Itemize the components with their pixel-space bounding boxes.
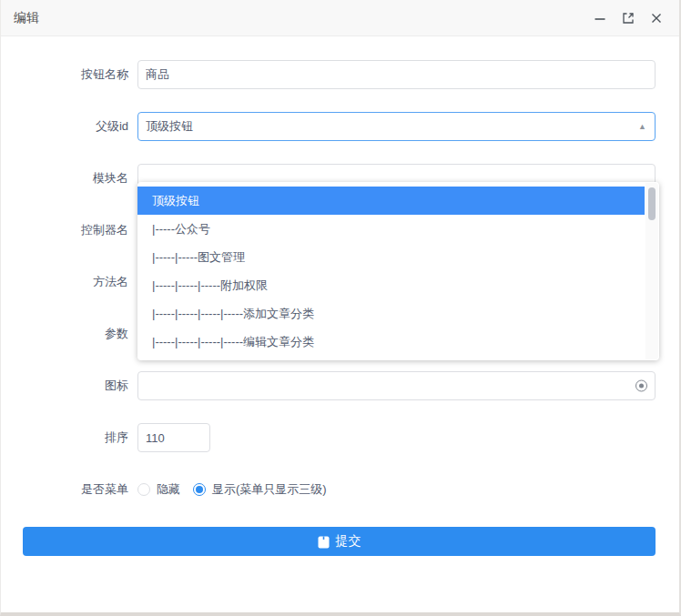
- close-button[interactable]: [648, 10, 664, 25]
- form-row-sort: 排序: [1, 423, 679, 452]
- icon-picker-icon[interactable]: [635, 380, 647, 392]
- dropdown-item[interactable]: 顶级按钮: [137, 187, 645, 215]
- method-name-label: 方法名: [1, 274, 128, 290]
- parent-id-label: 父级id: [1, 118, 128, 135]
- title-bar: 编辑: [1, 0, 679, 36]
- parent-id-dropdown: 顶级按钮 |-----公众号 |-----|-----图文管理 |-----|-…: [137, 182, 659, 360]
- module-name-label: 模块名: [1, 170, 128, 187]
- sort-label: 排序: [1, 429, 128, 446]
- radio-unchecked-icon: [137, 483, 150, 496]
- clipboard-icon: [318, 535, 330, 549]
- form-row-parent-id: 父级id 顶级按钮 ▲: [1, 112, 679, 141]
- icon-picker-dot: [639, 384, 644, 389]
- params-label: 参数: [1, 326, 128, 342]
- close-icon: [650, 12, 663, 25]
- radio-dot: [196, 486, 203, 493]
- caret-up-icon: ▲: [638, 123, 646, 131]
- dropdown-item[interactable]: |-----公众号: [137, 215, 645, 243]
- dropdown-item[interactable]: |-----|-----图文管理: [137, 243, 645, 271]
- minimize-icon: [594, 12, 606, 25]
- icon-label: 图标: [1, 378, 128, 394]
- parent-id-select[interactable]: 顶级按钮 ▲: [137, 112, 656, 141]
- parent-id-selected-value: 顶级按钮: [146, 118, 193, 135]
- submit-button-label: 提交: [336, 533, 361, 550]
- maximize-button[interactable]: [620, 10, 635, 25]
- button-name-label: 按钮名称: [1, 66, 128, 83]
- icon-input[interactable]: [137, 371, 656, 400]
- maximize-icon: [621, 11, 635, 25]
- form-row-button-name: 按钮名称: [1, 60, 679, 89]
- submit-row: 提交: [1, 527, 679, 556]
- submit-button[interactable]: 提交: [23, 527, 656, 556]
- radio-show[interactable]: 显示(菜单只显示三级): [193, 481, 327, 498]
- window-title: 编辑: [14, 10, 39, 26]
- controller-name-label: 控制器名: [1, 222, 128, 238]
- sort-input[interactable]: [137, 423, 210, 452]
- dropdown-item[interactable]: |-----|-----|-----|-----添加文章分类: [137, 299, 645, 328]
- form-row-is-menu: 是否菜单 隐藏 显示(菜单只显示三级): [1, 475, 679, 504]
- radio-hide[interactable]: 隐藏: [137, 481, 180, 498]
- radio-checked-icon: [193, 483, 206, 496]
- is-menu-radio-group: 隐藏 显示(菜单只显示三级): [137, 481, 340, 498]
- window-controls: [592, 10, 664, 25]
- minimize-button[interactable]: [592, 10, 607, 25]
- edit-dialog-window: 编辑 按钮名称 父级id: [0, 0, 681, 616]
- dropdown-scrollbar-track[interactable]: [645, 183, 658, 359]
- form-row-icon: 图标: [1, 371, 679, 400]
- radio-show-label: 显示(菜单只显示三级): [212, 481, 327, 498]
- dropdown-item[interactable]: |-----|-----|-----|-----编辑文章分类: [137, 328, 645, 356]
- dropdown-scrollbar-thumb[interactable]: [648, 187, 656, 220]
- button-name-input[interactable]: [137, 60, 656, 89]
- is-menu-label: 是否菜单: [1, 481, 128, 498]
- radio-hide-label: 隐藏: [157, 481, 180, 498]
- edit-form: 按钮名称 父级id 顶级按钮 ▲ 模块名 控制器名: [1, 36, 679, 556]
- dropdown-item[interactable]: |-----|-----|-----附加权限: [137, 271, 645, 299]
